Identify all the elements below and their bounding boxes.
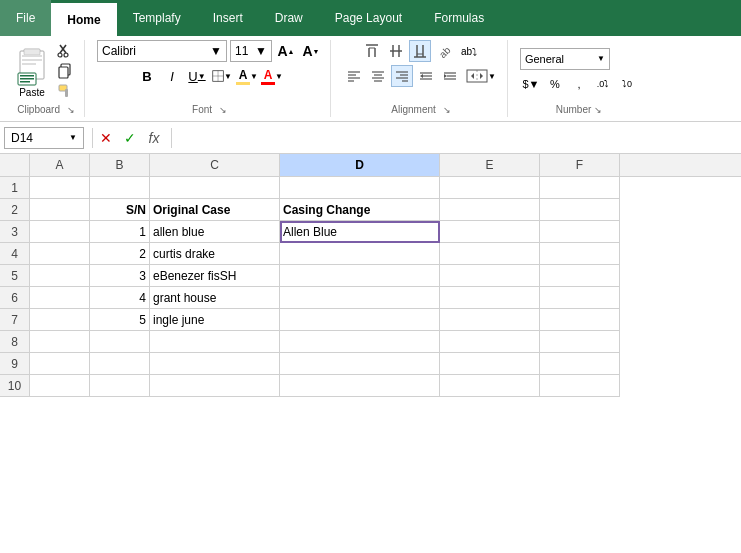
border-button[interactable]: ▼ xyxy=(211,65,233,87)
fx-icon[interactable]: fx xyxy=(145,129,163,147)
cell-reference-box[interactable]: D14 ▼ xyxy=(4,127,84,149)
cell-a9[interactable] xyxy=(30,353,90,375)
right-align-button[interactable] xyxy=(391,65,413,87)
font-size-selector[interactable]: 11 ▼ xyxy=(230,40,272,62)
row-number-10[interactable]: 10 xyxy=(0,375,30,397)
middle-align-button[interactable] xyxy=(385,40,407,62)
cell-b8[interactable] xyxy=(90,331,150,353)
cell-c6[interactable]: grant house xyxy=(150,287,280,309)
cell-a10[interactable] xyxy=(30,375,90,397)
increase-decimal-button[interactable]: .0⤵ xyxy=(592,73,614,95)
cell-a7[interactable] xyxy=(30,309,90,331)
percent-button[interactable]: % xyxy=(544,73,566,95)
cell-c4[interactable]: curtis drake xyxy=(150,243,280,265)
cell-ref-arrow[interactable]: ▼ xyxy=(69,133,77,142)
italic-button[interactable]: I xyxy=(161,65,183,87)
top-align-button[interactable] xyxy=(361,40,383,62)
cell-f10[interactable] xyxy=(540,375,620,397)
row-number-3[interactable]: 3 xyxy=(0,221,30,243)
cell-b1[interactable] xyxy=(90,177,150,199)
cut-button[interactable] xyxy=(54,42,76,60)
orientation-button[interactable]: ab xyxy=(433,40,455,62)
row-number-1[interactable]: 1 xyxy=(0,177,30,199)
cell-b2[interactable]: S/N xyxy=(90,199,150,221)
cell-a8[interactable] xyxy=(30,331,90,353)
cell-f2[interactable] xyxy=(540,199,620,221)
cell-b9[interactable] xyxy=(90,353,150,375)
decrease-indent-button[interactable] xyxy=(415,65,437,87)
cell-e8[interactable] xyxy=(440,331,540,353)
increase-font-button[interactable]: A▲ xyxy=(275,40,297,62)
cell-d8[interactable] xyxy=(280,331,440,353)
cell-c9[interactable] xyxy=(150,353,280,375)
cell-e7[interactable] xyxy=(440,309,540,331)
cell-e3[interactable] xyxy=(440,221,540,243)
decrease-font-button[interactable]: A▼ xyxy=(300,40,322,62)
fill-arrow[interactable]: ▼ xyxy=(250,72,258,81)
cell-f3[interactable] xyxy=(540,221,620,243)
cell-a1[interactable] xyxy=(30,177,90,199)
cell-c2[interactable]: Original Case xyxy=(150,199,280,221)
cell-f7[interactable] xyxy=(540,309,620,331)
row-number-2[interactable]: 2 xyxy=(0,199,30,221)
cell-f6[interactable] xyxy=(540,287,620,309)
cell-b4[interactable]: 2 xyxy=(90,243,150,265)
cell-b7[interactable]: 5 xyxy=(90,309,150,331)
paste-button[interactable]: Paste xyxy=(16,45,48,98)
cell-d7[interactable] xyxy=(280,309,440,331)
tab-page-layout[interactable]: Page Layout xyxy=(319,0,418,36)
cell-d6[interactable] xyxy=(280,287,440,309)
cell-a4[interactable] xyxy=(30,243,90,265)
copy-button[interactable] xyxy=(54,62,76,80)
clipboard-expand-icon[interactable]: ↘ xyxy=(67,105,75,115)
row-number-9[interactable]: 9 xyxy=(0,353,30,375)
cell-f8[interactable] xyxy=(540,331,620,353)
underline-button[interactable]: U ▼ xyxy=(186,65,208,87)
font-name-selector[interactable]: Calibri ▼ xyxy=(97,40,227,62)
wrap-text-button[interactable]: ab⤵ xyxy=(457,40,481,62)
font-color-arrow[interactable]: ▼ xyxy=(275,72,283,81)
tab-home[interactable]: Home xyxy=(51,0,116,36)
decrease-decimal-button[interactable]: ⤵0 xyxy=(616,73,638,95)
col-header-f[interactable]: F xyxy=(540,154,620,176)
formula-input[interactable] xyxy=(176,127,737,149)
cell-d5[interactable] xyxy=(280,265,440,287)
row-number-5[interactable]: 5 xyxy=(0,265,30,287)
cell-b5[interactable]: 3 xyxy=(90,265,150,287)
bottom-align-button[interactable] xyxy=(409,40,431,62)
cell-c3[interactable]: allen blue xyxy=(150,221,280,243)
cell-d4[interactable] xyxy=(280,243,440,265)
comma-button[interactable]: , xyxy=(568,73,590,95)
col-header-d[interactable]: D xyxy=(280,154,440,176)
number-format-selector[interactable]: General ▼ xyxy=(520,48,610,70)
col-header-c[interactable]: C xyxy=(150,154,280,176)
tab-file[interactable]: File xyxy=(0,0,51,36)
row-number-8[interactable]: 8 xyxy=(0,331,30,353)
cell-d1[interactable] xyxy=(280,177,440,199)
cell-a2[interactable] xyxy=(30,199,90,221)
tab-formulas[interactable]: Formulas xyxy=(418,0,500,36)
cell-e2[interactable] xyxy=(440,199,540,221)
cell-f1[interactable] xyxy=(540,177,620,199)
border-arrow[interactable]: ▼ xyxy=(224,72,232,81)
cell-e6[interactable] xyxy=(440,287,540,309)
cell-a5[interactable] xyxy=(30,265,90,287)
left-align-button[interactable] xyxy=(343,65,365,87)
cancel-formula-icon[interactable]: ✕ xyxy=(97,129,115,147)
col-header-e[interactable]: E xyxy=(440,154,540,176)
cell-c5[interactable]: eBenezer fisSH xyxy=(150,265,280,287)
cell-e10[interactable] xyxy=(440,375,540,397)
tab-templafy[interactable]: Templafy xyxy=(117,0,197,36)
cell-e9[interactable] xyxy=(440,353,540,375)
merge-center-button[interactable]: ▼ xyxy=(463,65,499,87)
confirm-formula-icon[interactable]: ✓ xyxy=(121,129,139,147)
cell-a6[interactable] xyxy=(30,287,90,309)
cell-d2[interactable]: Casing Change xyxy=(280,199,440,221)
bold-button[interactable]: B xyxy=(136,65,158,87)
row-number-7[interactable]: 7 xyxy=(0,309,30,331)
cell-d3[interactable]: Allen Blue xyxy=(280,221,440,243)
font-color-button[interactable]: A ▼ xyxy=(261,65,283,87)
merge-arrow[interactable]: ▼ xyxy=(488,72,496,81)
cell-f9[interactable] xyxy=(540,353,620,375)
alignment-expand-icon[interactable]: ↘ xyxy=(443,105,451,115)
